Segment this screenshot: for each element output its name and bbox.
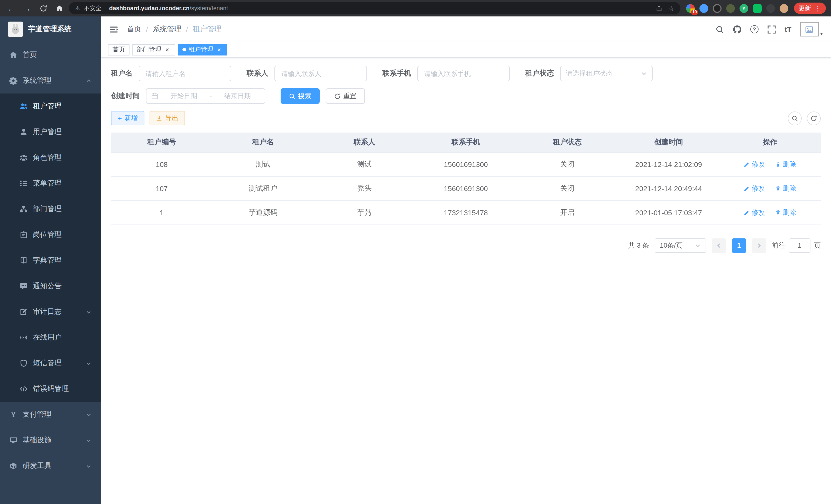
- next-page-button[interactable]: [752, 238, 766, 253]
- tab-tenant-mgmt[interactable]: 租户管理 ×: [178, 44, 227, 55]
- breadcrumb-home[interactable]: 首页: [127, 25, 141, 34]
- help-button[interactable]: ?: [750, 25, 758, 33]
- infra-monitor-icon: [9, 436, 18, 444]
- status-select[interactable]: 请选择租户状态: [560, 66, 653, 81]
- browser-back-button[interactable]: ←: [5, 2, 18, 14]
- refresh-table-button[interactable]: [807, 111, 821, 125]
- sidebar-item-dict-mgmt[interactable]: 字典管理: [0, 248, 101, 273]
- extension-icon-blue[interactable]: [699, 4, 708, 12]
- sidebar-item-label: 角色管理: [33, 153, 62, 162]
- close-icon[interactable]: ×: [216, 46, 223, 53]
- pencil-icon: [744, 209, 750, 215]
- rabbit-logo-icon: [9, 23, 22, 35]
- sidebar-item-menu-mgmt[interactable]: 菜单管理: [0, 171, 101, 196]
- sidebar-item-error-code-mgmt[interactable]: 错误码管理: [0, 376, 101, 402]
- goto-page: 前往 页: [772, 238, 821, 253]
- sidebar-item-sms-mgmt[interactable]: 短信管理: [0, 350, 101, 376]
- sidebar-item-payment-mgmt[interactable]: ¥ 支付管理: [0, 402, 101, 427]
- sidebar-item-system-mgmt[interactable]: 系统管理: [0, 68, 101, 93]
- browser-profile-avatar[interactable]: [780, 4, 789, 12]
- edit-button[interactable]: 修改: [744, 184, 765, 193]
- main-panel: 首页 / 系统管理 / 租户管理 ?: [101, 17, 831, 504]
- page-unit-label: 页: [814, 241, 821, 250]
- goto-page-input[interactable]: [789, 238, 810, 253]
- chevron-down-icon: [86, 412, 91, 417]
- sidebar-item-role-mgmt[interactable]: 角色管理: [0, 145, 101, 171]
- breadcrumb-separator: /: [186, 25, 188, 33]
- online-signal-icon: [20, 333, 28, 342]
- delete-button[interactable]: 删除: [775, 208, 796, 217]
- sidebar-item-infrastructure[interactable]: 基础设施: [0, 427, 101, 453]
- download-icon: [156, 115, 163, 121]
- share-button[interactable]: [656, 5, 663, 11]
- search-button[interactable]: 搜索: [281, 88, 320, 104]
- extension-icon-green-y[interactable]: Y: [740, 4, 748, 12]
- breadcrumb-current: 租户管理: [193, 25, 222, 34]
- goto-label: 前往: [772, 241, 785, 250]
- contact-input[interactable]: [275, 66, 367, 81]
- browser-home-button[interactable]: [53, 2, 65, 14]
- extension-icon-colorful[interactable]: 10: [686, 4, 695, 12]
- sidebar-toggle-button[interactable]: [109, 24, 119, 34]
- bookmark-star-button[interactable]: ☆: [668, 4, 674, 12]
- sidebar-item-home[interactable]: 首页: [0, 42, 101, 68]
- close-icon[interactable]: ×: [164, 46, 171, 53]
- sidebar-item-online-users[interactable]: 在线用户: [0, 325, 101, 350]
- tab-dept-mgmt[interactable]: 部门管理 ×: [132, 44, 175, 55]
- browser-menu-icon[interactable]: ⋮: [814, 4, 821, 12]
- cell-actions: 修改 删除: [719, 200, 821, 225]
- column-header-contact: 联系人: [314, 132, 415, 152]
- error-code-icon: [20, 385, 28, 393]
- github-link[interactable]: [733, 25, 742, 34]
- sidebar-item-user-mgmt[interactable]: 用户管理: [0, 119, 101, 145]
- reset-button[interactable]: 重置: [326, 88, 365, 104]
- date-range-picker[interactable]: 开始日期 - 结束日期: [146, 88, 265, 104]
- filter-contact: 联系人: [247, 66, 367, 81]
- edit-label: 修改: [752, 208, 765, 217]
- extension-icon-puzzle[interactable]: [766, 4, 775, 12]
- browser-update-button[interactable]: 更新 ⋮: [794, 3, 826, 14]
- page-size-select[interactable]: 10条/页: [655, 238, 706, 253]
- extension-icon-dark-ring[interactable]: [713, 4, 721, 12]
- browser-forward-button[interactable]: →: [21, 2, 33, 14]
- tab-home[interactable]: 首页: [108, 44, 130, 55]
- cell-status: 关闭: [516, 152, 618, 176]
- tags-view: 首页 部门管理 × 租户管理 ×: [101, 42, 831, 58]
- security-label: 不安全: [84, 4, 102, 12]
- fullscreen-button[interactable]: [767, 25, 776, 34]
- create-time-label: 创建时间: [111, 91, 140, 101]
- font-size-button[interactable]: tT: [785, 25, 792, 33]
- delete-button[interactable]: 删除: [775, 159, 796, 169]
- user-avatar-menu[interactable]: ▾: [800, 22, 823, 36]
- add-button[interactable]: + 新增: [111, 111, 144, 125]
- delete-button[interactable]: 删除: [775, 184, 796, 193]
- export-button[interactable]: 导出: [149, 111, 185, 125]
- address-bar[interactable]: ⚠ 不安全 dashboard.yudao.iocoder.cn/system/…: [69, 2, 681, 14]
- edit-button[interactable]: 修改: [744, 208, 765, 217]
- toggle-search-button[interactable]: [788, 111, 802, 125]
- sidebar-item-tenant-mgmt[interactable]: 租户管理: [0, 93, 101, 119]
- sms-shield-icon: [20, 359, 28, 367]
- sidebar-item-post-mgmt[interactable]: 岗位管理: [0, 222, 101, 248]
- phone-input[interactable]: [417, 66, 510, 81]
- prev-page-button[interactable]: [712, 238, 726, 253]
- devtools-box-icon: [9, 462, 18, 470]
- page-number-1[interactable]: 1: [732, 238, 746, 253]
- sidebar-item-audit-log[interactable]: 审计日志: [0, 299, 101, 325]
- header-search-button[interactable]: [715, 25, 724, 34]
- sidebar-item-notice[interactable]: 通知公告: [0, 273, 101, 299]
- sidebar-item-dept-mgmt[interactable]: 部门管理: [0, 196, 101, 222]
- url-text: dashboard.yudao.iocoder.cn/system/tenant: [109, 5, 652, 11]
- tenant-name-input[interactable]: [139, 66, 231, 81]
- share-icon: [656, 5, 663, 11]
- breadcrumb-system-mgmt[interactable]: 系统管理: [153, 25, 181, 34]
- browser-reload-button[interactable]: [37, 2, 49, 14]
- extension-icon-green-square[interactable]: [753, 4, 762, 12]
- sidebar-logo[interactable]: 芋道管理系统: [0, 17, 101, 42]
- search-icon: [715, 25, 724, 34]
- sidebar-item-dev-tools[interactable]: 研发工具: [0, 453, 101, 479]
- edit-button[interactable]: 修改: [744, 159, 765, 169]
- sidebar-item-label: 审计日志: [33, 307, 62, 317]
- breadcrumb: 首页 / 系统管理 / 租户管理: [127, 25, 222, 34]
- extension-icon-olive[interactable]: [726, 4, 735, 12]
